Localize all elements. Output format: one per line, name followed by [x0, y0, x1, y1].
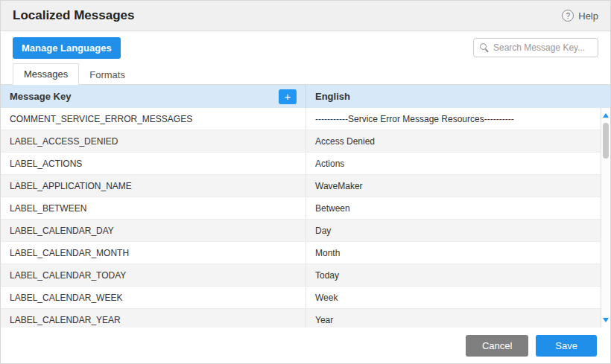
- scrollbar-thumb[interactable]: [603, 123, 609, 159]
- message-key-cell[interactable]: LABEL_BETWEEN: [1, 197, 306, 219]
- message-key-cell[interactable]: LABEL_CALENDAR_YEAR: [1, 309, 306, 328]
- message-key-cell[interactable]: LABEL_ACCESS_DENIED: [1, 130, 306, 152]
- search-box[interactable]: [473, 38, 598, 57]
- tab-bar: Messages Formats: [1, 64, 610, 85]
- search-input[interactable]: [493, 42, 592, 53]
- table-row[interactable]: LABEL_CALENDAR_DAYDay: [1, 220, 601, 242]
- table-header: Message Key + English: [1, 85, 610, 108]
- table-row[interactable]: LABEL_BETWEENBetween: [1, 197, 601, 220]
- column-header-english: English: [306, 85, 610, 108]
- english-value-cell[interactable]: -----------Service Error Message Resourc…: [306, 108, 601, 130]
- table-body: COMMENT_SERVICE_ERROR_MESSAGES----------…: [1, 108, 601, 328]
- table-row[interactable]: LABEL_CALENDAR_WEEKWeek: [1, 287, 601, 309]
- toolbar: Manage Languages: [1, 31, 610, 64]
- tab-formats[interactable]: Formats: [79, 65, 136, 85]
- table-row[interactable]: COMMENT_SERVICE_ERROR_MESSAGES----------…: [1, 108, 601, 130]
- table-row[interactable]: LABEL_ACTIONSActions: [1, 153, 601, 175]
- cancel-button[interactable]: Cancel: [466, 335, 528, 357]
- english-value-cell[interactable]: Year: [306, 309, 601, 328]
- message-key-cell[interactable]: LABEL_ACTIONS: [1, 153, 306, 174]
- scroll-down-arrow[interactable]: [601, 315, 610, 325]
- english-value-cell[interactable]: WaveMaker: [306, 175, 601, 197]
- column-header-message-key: Message Key: [10, 91, 71, 102]
- add-message-key-button[interactable]: +: [279, 89, 297, 104]
- search-icon: [480, 43, 489, 52]
- table-row[interactable]: LABEL_CALENDAR_TODAYToday: [1, 264, 601, 287]
- message-key-cell[interactable]: LABEL_CALENDAR_DAY: [1, 220, 306, 241]
- english-value-cell[interactable]: Today: [306, 264, 601, 286]
- triangle-up-icon: [603, 113, 609, 118]
- tab-messages[interactable]: Messages: [13, 63, 79, 85]
- message-key-cell[interactable]: LABEL_APPLICATION_NAME: [1, 175, 306, 197]
- english-value-cell[interactable]: Access Denied: [306, 130, 601, 152]
- table-row[interactable]: LABEL_CALENDAR_MONTHMonth: [1, 242, 601, 264]
- localized-messages-panel: Localized Messages ? Help Manage Languag…: [0, 0, 611, 364]
- english-value-cell[interactable]: Month: [306, 242, 601, 264]
- vertical-scrollbar[interactable]: [601, 108, 610, 328]
- table-row[interactable]: LABEL_APPLICATION_NAMEWaveMaker: [1, 175, 601, 197]
- question-mark-icon: ?: [562, 10, 574, 22]
- english-value-cell[interactable]: Actions: [306, 153, 601, 174]
- table-row[interactable]: LABEL_ACCESS_DENIEDAccess Denied: [1, 130, 601, 153]
- table-body-wrap: COMMENT_SERVICE_ERROR_MESSAGES----------…: [1, 108, 610, 328]
- column-header-message-key-cell: Message Key +: [1, 85, 306, 108]
- scroll-up-arrow[interactable]: [601, 110, 610, 121]
- message-key-cell[interactable]: LABEL_CALENDAR_MONTH: [1, 242, 306, 264]
- help-button[interactable]: ? Help: [562, 10, 598, 22]
- table-row[interactable]: LABEL_CALENDAR_YEARYear: [1, 309, 601, 328]
- english-value-cell[interactable]: Week: [306, 287, 601, 308]
- manage-languages-button[interactable]: Manage Languages: [13, 37, 121, 59]
- english-value-cell[interactable]: Between: [306, 197, 601, 219]
- message-key-cell[interactable]: COMMENT_SERVICE_ERROR_MESSAGES: [1, 108, 306, 130]
- page-title: Localized Messages: [13, 8, 134, 23]
- help-label: Help: [578, 10, 598, 22]
- save-button[interactable]: Save: [536, 335, 597, 357]
- title-bar: Localized Messages ? Help: [1, 1, 610, 31]
- triangle-down-icon: [603, 318, 609, 322]
- message-key-cell[interactable]: LABEL_CALENDAR_WEEK: [1, 287, 306, 308]
- footer-actions: Cancel Save: [1, 328, 610, 363]
- message-key-cell[interactable]: LABEL_CALENDAR_TODAY: [1, 264, 306, 286]
- english-value-cell[interactable]: Day: [306, 220, 601, 241]
